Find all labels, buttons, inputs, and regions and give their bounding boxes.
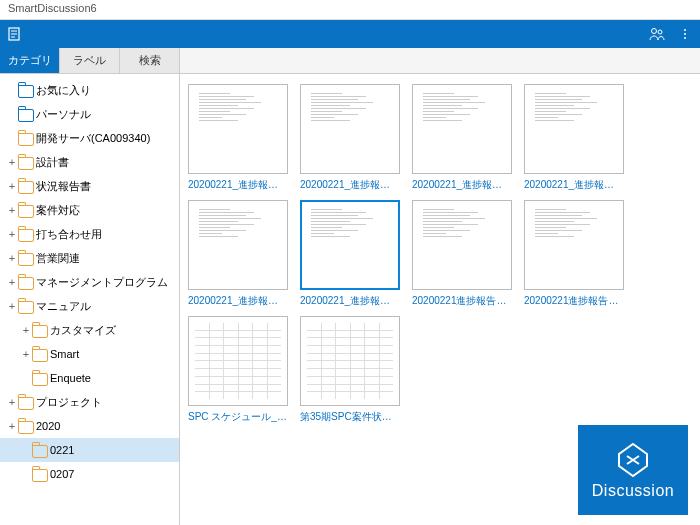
tree-item[interactable]: +案件対応	[0, 198, 179, 222]
folder-icon	[18, 85, 32, 96]
tree-item-label: お気に入り	[36, 83, 91, 98]
file-name: 20200221進捗報告_宮澤....	[524, 294, 624, 308]
tree-item-label: パーソナル	[36, 107, 91, 122]
tree-item[interactable]: +状況報告書	[0, 174, 179, 198]
file-thumbnail[interactable]: SPC スケジュール_200221.xlsx	[188, 316, 288, 424]
file-name: 20200221_進捗報告_牛越....	[524, 178, 624, 192]
tree-item[interactable]: 0207	[0, 462, 179, 486]
file-name: 20200221進捗報告_吉田.d...	[412, 294, 512, 308]
tree-item-label: プロジェクト	[36, 395, 102, 410]
file-thumbnail[interactable]: 20200221_進捗報告_高橋....	[300, 200, 400, 308]
more-icon[interactable]	[676, 25, 694, 43]
expander-icon[interactable]: +	[6, 156, 18, 168]
tree-item-label: Smart	[50, 348, 79, 360]
tree-item-label: 開発サーバ(CA009340)	[36, 131, 150, 146]
file-thumbnail[interactable]: 20200221進捗報告_宮澤....	[524, 200, 624, 308]
file-thumbnail[interactable]: 20200221_進捗報告_牛越....	[524, 84, 624, 192]
expander-icon[interactable]: +	[6, 252, 18, 264]
thumbnail-preview	[188, 316, 288, 406]
tree-item-label: カスタマイズ	[50, 323, 116, 338]
document-icon[interactable]	[6, 25, 24, 43]
tree-item-label: 打ち合わせ用	[36, 227, 102, 242]
svg-point-7	[684, 33, 686, 35]
thumbnail-preview	[300, 84, 400, 174]
folder-icon	[32, 373, 46, 384]
thumbnail-preview	[300, 316, 400, 406]
thumbnail-preview	[412, 84, 512, 174]
thumbnail-preview	[412, 200, 512, 290]
folder-icon	[18, 253, 32, 264]
tree-item[interactable]: +2020	[0, 414, 179, 438]
folder-icon	[32, 469, 46, 480]
expander-icon[interactable]: +	[6, 420, 18, 432]
file-name: SPC スケジュール_200221.xlsx	[188, 410, 288, 424]
file-thumbnail[interactable]: 20200221_進捗報告_宮下....	[188, 84, 288, 192]
svg-point-4	[652, 29, 657, 34]
tree-item[interactable]: +マネージメントプログラム	[0, 270, 179, 294]
file-thumbnail[interactable]: 第35期SPC案件状況(2020-...	[300, 316, 400, 424]
file-thumbnail[interactable]: 20200221_進捗報告_山崎....	[412, 84, 512, 192]
expander-icon[interactable]: +	[20, 324, 32, 336]
thumbnail-preview	[524, 84, 624, 174]
tree-item-label: マネージメントプログラム	[36, 275, 168, 290]
folder-icon	[18, 181, 32, 192]
tree-item[interactable]: +カスタマイズ	[0, 318, 179, 342]
tab-category[interactable]: カテゴリ	[0, 48, 60, 73]
app-bar	[0, 20, 700, 48]
tree-item-label: Enquete	[50, 372, 91, 384]
tree-item[interactable]: Enquete	[0, 366, 179, 390]
file-grid: 20200221_進捗報告_宮下....20200221_進捗報告_小澤....…	[180, 74, 700, 525]
tree-item-label: 0207	[50, 468, 74, 480]
expander-icon[interactable]: +	[6, 300, 18, 312]
tree-item[interactable]: +打ち合わせ用	[0, 222, 179, 246]
tree-item[interactable]: パーソナル	[0, 102, 179, 126]
expander-icon[interactable]: +	[6, 276, 18, 288]
file-name: 第35期SPC案件状況(2020-...	[300, 410, 400, 424]
tree-item[interactable]: +プロジェクト	[0, 390, 179, 414]
tree-item-label: 営業関連	[36, 251, 80, 266]
tree-item[interactable]: 開発サーバ(CA009340)	[0, 126, 179, 150]
folder-icon	[18, 421, 32, 432]
file-thumbnail[interactable]: 20200221_進捗報告_関島....	[188, 200, 288, 308]
folder-icon	[18, 157, 32, 168]
tree-item-label: 案件対応	[36, 203, 80, 218]
svg-point-5	[658, 30, 662, 34]
file-name: 20200221_進捗報告_高橋....	[300, 294, 400, 308]
svg-point-8	[684, 37, 686, 39]
tree-item[interactable]: +マニュアル	[0, 294, 179, 318]
window-titlebar: SmartDiscussion6	[0, 0, 700, 20]
folder-icon	[18, 397, 32, 408]
folder-icon	[32, 349, 46, 360]
thumbnail-preview	[188, 84, 288, 174]
folder-icon	[18, 205, 32, 216]
folder-icon	[32, 325, 46, 336]
tree-item[interactable]: 0221	[0, 438, 179, 462]
folder-icon	[18, 301, 32, 312]
expander-icon[interactable]: +	[20, 348, 32, 360]
sidebar-tabs: カテゴリ ラベル 検索	[0, 48, 700, 74]
expander-icon[interactable]: +	[6, 396, 18, 408]
expander-icon[interactable]: +	[6, 180, 18, 192]
thumbnail-preview	[300, 200, 400, 290]
expander-icon[interactable]: +	[6, 204, 18, 216]
file-thumbnail[interactable]: 20200221_進捗報告_小澤....	[300, 84, 400, 192]
file-thumbnail[interactable]: 20200221進捗報告_吉田.d...	[412, 200, 512, 308]
file-name: 20200221_進捗報告_関島....	[188, 294, 288, 308]
tree-item-label: マニュアル	[36, 299, 91, 314]
file-name: 20200221_進捗報告_小澤....	[300, 178, 400, 192]
tab-label[interactable]: ラベル	[60, 48, 120, 73]
thumbnail-preview	[188, 200, 288, 290]
folder-icon	[18, 229, 32, 240]
tree-item[interactable]: +設計書	[0, 150, 179, 174]
folder-icon	[32, 445, 46, 456]
window-title: SmartDiscussion6	[8, 2, 97, 14]
tree-item[interactable]: お気に入り	[0, 78, 179, 102]
tree-item-label: 0221	[50, 444, 74, 456]
users-icon[interactable]	[648, 25, 666, 43]
folder-icon	[18, 133, 32, 144]
tree-item[interactable]: +Smart	[0, 342, 179, 366]
tree-item-label: 2020	[36, 420, 60, 432]
tree-item[interactable]: +営業関連	[0, 246, 179, 270]
expander-icon[interactable]: +	[6, 228, 18, 240]
tab-search[interactable]: 検索	[120, 48, 180, 73]
